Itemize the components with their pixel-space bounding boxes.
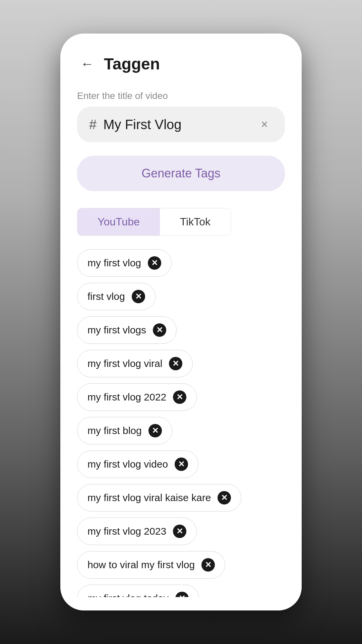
search-label: Enter the title of video bbox=[77, 91, 285, 101]
tag-text: my first vlogs bbox=[87, 324, 146, 336]
tag-text: my first blog bbox=[87, 425, 142, 436]
tag-chip: how to viral my first vlog✕ bbox=[77, 551, 225, 579]
tag-chip: my first vlog viral✕ bbox=[77, 350, 193, 377]
tag-remove-button[interactable]: ✕ bbox=[173, 525, 186, 538]
tag-text: how to viral my first vlog bbox=[87, 559, 195, 571]
header: ← Taggen bbox=[77, 54, 285, 74]
back-arrow-icon: ← bbox=[80, 56, 94, 71]
tag-remove-button[interactable]: ✕ bbox=[148, 424, 162, 437]
clear-icon: × bbox=[261, 117, 268, 131]
tag-remove-button[interactable]: ✕ bbox=[153, 323, 166, 337]
tag-remove-button[interactable]: ✕ bbox=[175, 592, 189, 597]
tag-remove-button[interactable]: ✕ bbox=[132, 290, 145, 303]
tag-chip: my first vlog 2023✕ bbox=[77, 518, 197, 545]
tags-container: my first vlog✕first vlog✕my first vlogs✕… bbox=[77, 249, 285, 597]
phone-frame: ← Taggen Enter the title of video # My F… bbox=[60, 34, 302, 610]
tag-text: my first vlog viral bbox=[87, 358, 162, 369]
page-title: Taggen bbox=[104, 55, 160, 73]
tag-chip: my first vlog 2022✕ bbox=[77, 383, 197, 411]
generate-tags-button[interactable]: Generate Tags bbox=[77, 156, 285, 191]
clear-button[interactable]: × bbox=[256, 116, 273, 133]
tag-text: my first vlog bbox=[87, 257, 141, 269]
tag-chip: my first vlogs✕ bbox=[77, 316, 177, 344]
tag-chip: my first vlog video✕ bbox=[77, 450, 198, 478]
tag-chip: my first vlog viral kaise kare✕ bbox=[77, 484, 241, 512]
tag-remove-button[interactable]: ✕ bbox=[148, 256, 161, 270]
tag-remove-button[interactable]: ✕ bbox=[173, 390, 186, 404]
tab-tiktok[interactable]: TikTok bbox=[160, 208, 231, 235]
back-button[interactable]: ← bbox=[77, 54, 97, 74]
tag-remove-button[interactable]: ✕ bbox=[218, 491, 231, 504]
hash-icon: # bbox=[89, 117, 97, 132]
tab-youtube[interactable]: YouTube bbox=[77, 208, 160, 235]
tag-remove-button[interactable]: ✕ bbox=[175, 458, 188, 471]
phone-content: ← Taggen Enter the title of video # My F… bbox=[60, 34, 302, 610]
search-box: # My First Vlog × bbox=[77, 107, 285, 142]
tag-text: first vlog bbox=[87, 291, 125, 302]
tag-text: my first vlog video bbox=[87, 459, 168, 470]
tag-text: my first vlog viral kaise kare bbox=[87, 492, 211, 503]
tag-text: my first vlog 2023 bbox=[87, 526, 166, 537]
tag-text: my first vlog 2022 bbox=[87, 391, 166, 403]
tag-chip: my first vlog✕ bbox=[77, 249, 172, 277]
search-input[interactable]: My First Vlog bbox=[103, 117, 256, 132]
tag-chip: my first vlog today✕ bbox=[77, 585, 199, 597]
tag-remove-button[interactable]: ✕ bbox=[169, 357, 182, 370]
tag-chip: first vlog✕ bbox=[77, 283, 156, 310]
tabs-container: YouTube TikTok bbox=[77, 208, 231, 236]
tag-text: my first vlog today bbox=[87, 593, 169, 597]
tag-remove-button[interactable]: ✕ bbox=[201, 558, 215, 572]
tag-chip: my first blog✕ bbox=[77, 417, 172, 444]
